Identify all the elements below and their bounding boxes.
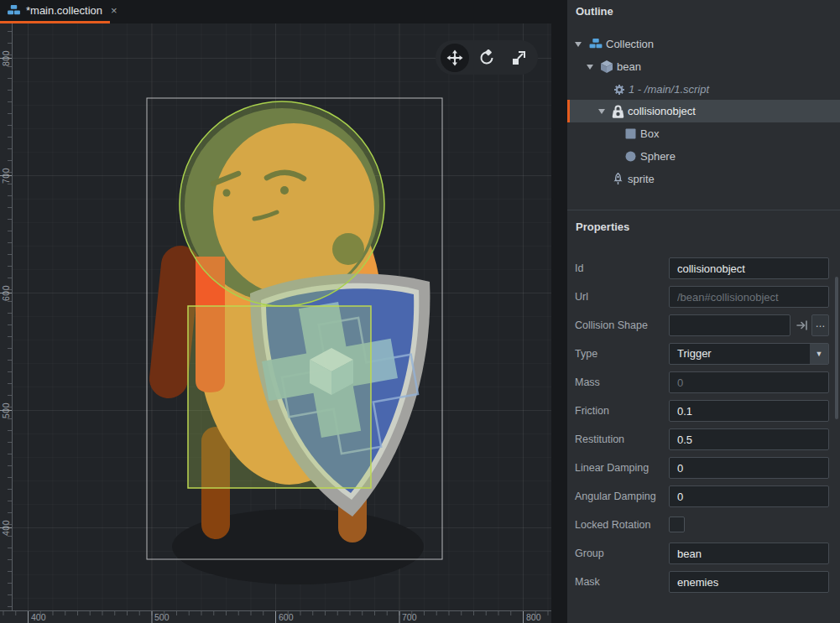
panel-divider xyxy=(551,0,567,623)
game-object-icon xyxy=(601,60,613,73)
ruler-label: 400 xyxy=(31,612,46,622)
inspector-panel: Outline Collection bean 1 - /main/1 xyxy=(567,0,840,623)
expand-arrow-icon[interactable] xyxy=(598,109,605,114)
outline-item-script[interactable]: 1 - /main/1.script xyxy=(567,78,840,101)
scale-tool-button[interactable] xyxy=(504,44,533,72)
outline-item-label: sprite xyxy=(628,173,655,185)
angular-damping-field[interactable] xyxy=(669,485,829,507)
tab-main-collection[interactable]: *main.collection × xyxy=(0,0,126,21)
outline-item-label: 1 - /main/1.script xyxy=(629,83,709,96)
outline-item-label: Collection xyxy=(606,38,654,50)
group-field[interactable] xyxy=(669,543,829,564)
property-label: Collision Shape xyxy=(575,314,667,336)
scene-viewport[interactable] xyxy=(13,23,551,610)
tab-close-icon[interactable]: × xyxy=(111,4,117,17)
property-label: Mask xyxy=(575,571,667,593)
scene-canvas[interactable] xyxy=(13,23,551,610)
outline-item-label: bean xyxy=(617,60,641,73)
selection-indicator xyxy=(567,100,570,122)
property-label: Type xyxy=(575,343,667,365)
ruler-label: 400 xyxy=(1,520,11,536)
property-label: Mass xyxy=(575,371,667,393)
scene-toolbar xyxy=(436,40,538,75)
script-icon xyxy=(613,84,625,96)
ruler-label: 500 xyxy=(154,612,170,622)
linear-damping-field[interactable] xyxy=(669,457,829,479)
outline-item-sphere[interactable]: Sphere xyxy=(567,145,840,168)
id-field[interactable] xyxy=(669,257,829,279)
box-shape-icon xyxy=(625,128,636,139)
outline-item-sprite[interactable]: sprite xyxy=(567,168,840,190)
ruler-label: 700 xyxy=(1,168,11,184)
collision-object-icon xyxy=(612,105,624,118)
browse-resource-button[interactable]: … xyxy=(811,314,829,336)
outline-item-label: Sphere xyxy=(640,150,676,163)
collision-shape-field[interactable] xyxy=(669,314,790,336)
rotate-tool-button[interactable] xyxy=(472,44,501,72)
ruler-label: 800 xyxy=(526,612,541,622)
property-label: Group xyxy=(575,543,667,564)
scale-icon xyxy=(510,49,527,66)
properties-header: Properties xyxy=(576,221,629,233)
sprite-icon xyxy=(613,173,623,185)
locked-rotation-checkbox[interactable] xyxy=(669,517,685,532)
outline-item-box[interactable]: Box xyxy=(567,122,840,145)
url-field[interactable] xyxy=(669,286,829,308)
property-label: Linear Damping xyxy=(575,457,667,479)
expand-arrow-icon[interactable] xyxy=(587,65,593,70)
rotate-icon xyxy=(478,49,495,66)
sphere-shape-icon xyxy=(625,151,636,162)
bean-arm xyxy=(169,265,180,379)
defold-editor-window: *main.collection × 800 700 600 500 400 4… xyxy=(0,0,840,623)
tab-title: *main.collection xyxy=(26,4,102,17)
collection-icon xyxy=(8,5,20,16)
chevron-down-icon[interactable]: ▼ xyxy=(810,344,828,364)
ruler-label: 500 xyxy=(1,402,11,418)
outline-item-collisionobject[interactable]: collisionobject xyxy=(567,100,840,122)
property-label: Id xyxy=(575,257,667,279)
type-dropdown-value: Trigger xyxy=(677,344,712,364)
property-label: Locked Rotation xyxy=(575,514,667,536)
move-tool-button[interactable] xyxy=(441,44,469,72)
vertical-ruler: 800 700 600 500 400 xyxy=(0,23,13,610)
box-collision-shape[interactable] xyxy=(188,306,371,488)
tab-bar: *main.collection × xyxy=(0,0,567,23)
panel-scrollbar[interactable] xyxy=(835,277,838,419)
type-dropdown[interactable]: Trigger ▼ xyxy=(669,343,829,365)
ruler-label: 600 xyxy=(1,285,11,301)
mask-field[interactable] xyxy=(669,571,829,593)
restitution-field[interactable] xyxy=(669,428,829,450)
open-resource-icon[interactable] xyxy=(793,314,811,336)
property-label: Url xyxy=(575,286,667,308)
outline-item-label: collisionobject xyxy=(628,105,696,117)
mass-field[interactable] xyxy=(669,371,829,393)
outline-item-bean[interactable]: bean xyxy=(567,55,840,78)
outline-header: Outline xyxy=(576,5,613,18)
ruler-label: 600 xyxy=(279,612,294,622)
panel-separator xyxy=(567,210,840,210)
expand-arrow-icon[interactable] xyxy=(575,42,582,47)
sphere-collision-shape[interactable] xyxy=(180,101,384,306)
horizontal-ruler: 400 500 600 700 800 xyxy=(0,610,551,623)
outline-item-collection[interactable]: Collection xyxy=(567,33,840,55)
property-label: Friction xyxy=(575,400,667,422)
ruler-label: 700 xyxy=(402,612,417,622)
move-icon xyxy=(446,49,463,66)
ruler-label: 800 xyxy=(1,50,11,66)
property-label: Restitution xyxy=(575,428,667,450)
property-label: Angular Damping xyxy=(575,485,667,507)
collection-icon xyxy=(589,39,603,49)
friction-field[interactable] xyxy=(669,400,829,422)
outline-item-label: Box xyxy=(640,127,659,140)
